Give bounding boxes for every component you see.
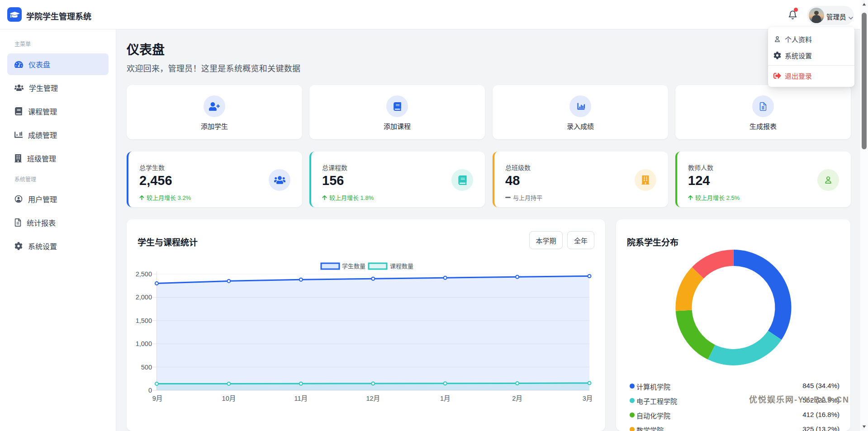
svg-text:12月: 12月	[366, 395, 380, 402]
svg-text:2月: 2月	[512, 395, 522, 402]
svg-text:2,500: 2,500	[136, 270, 152, 278]
svg-text:1,500: 1,500	[136, 317, 152, 324]
svg-text:1,000: 1,000	[136, 340, 152, 347]
svg-text:课程数量: 课程数量	[390, 263, 413, 270]
svg-text:500: 500	[141, 364, 152, 371]
svg-text:3月: 3月	[583, 395, 593, 402]
svg-text:0: 0	[148, 387, 152, 394]
svg-text:学生数量: 学生数量	[342, 263, 365, 270]
svg-text:2,000: 2,000	[136, 294, 152, 301]
svg-text:9月: 9月	[152, 395, 163, 402]
svg-text:11月: 11月	[294, 395, 308, 402]
svg-text:1月: 1月	[440, 395, 451, 402]
svg-text:10月: 10月	[222, 395, 236, 402]
